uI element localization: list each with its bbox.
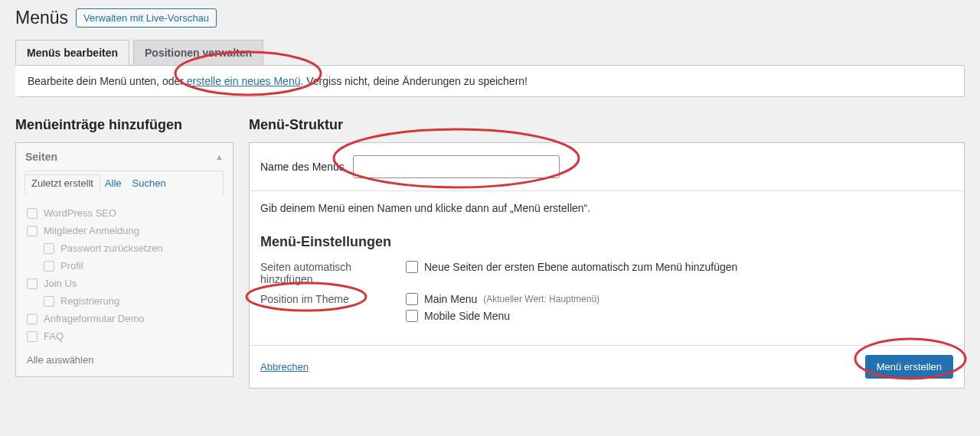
notice-prefix: Bearbeite dein Menü unten, oder — [28, 75, 187, 87]
auto-add-option[interactable]: Neue Seiten der ersten Ebene automatisch… — [406, 261, 737, 273]
list-item-label: Mitglieder Anmeldung — [44, 225, 139, 236]
pages-subtabs: Zuletzt erstellt Alle Suchen — [25, 171, 224, 195]
notice-suffix: . Vergiss nicht, deine Änderungen zu spe… — [300, 75, 528, 87]
nav-tabs: Menüs bearbeiten Positionen verwalten — [15, 39, 965, 66]
menu-panel: Name des Menüs Gib deinem Menü einen Nam… — [249, 142, 965, 389]
list-item-label: FAQ — [44, 330, 64, 342]
theme-position-option[interactable]: Main Menu (Aktueller Wert: Hauptmenü) — [406, 293, 599, 305]
theme-position-option[interactable]: Mobile Side Menu — [406, 310, 599, 322]
tab-manage-positions[interactable]: Positionen verwalten — [133, 40, 263, 66]
menu-name-input[interactable] — [353, 155, 560, 178]
auto-add-checkbox[interactable] — [406, 261, 418, 273]
live-preview-button[interactable]: Verwalten mit Live-Vorschau — [76, 8, 217, 28]
theme-position-text: Mobile Side Menu — [424, 310, 510, 322]
list-item[interactable]: FAQ — [25, 327, 224, 345]
cancel-link[interactable]: Abbrechen — [260, 361, 309, 373]
list-item[interactable]: Registrierung — [25, 292, 224, 310]
theme-position-text: Main Menu — [424, 293, 477, 305]
theme-position-note: (Aktueller Wert: Hauptmenü) — [483, 294, 599, 304]
theme-position-label: Position im Theme — [260, 293, 406, 327]
list-item-label: Registrierung — [60, 295, 119, 307]
menu-name-label: Name des Menüs — [260, 161, 345, 173]
select-all-link[interactable]: Alle auswählen — [25, 351, 224, 369]
list-item[interactable]: WordPress SEO — [25, 204, 224, 222]
list-item-label: Profil — [60, 260, 83, 272]
create-menu-button[interactable]: Menü erstellen — [865, 355, 953, 379]
list-item[interactable]: Passwort zurücksetzen — [25, 239, 224, 257]
menu-structure-heading: Menü-Struktur — [249, 117, 965, 133]
tab-edit-menus[interactable]: Menüs bearbeiten — [15, 40, 129, 66]
list-item-label: Join Us — [44, 278, 77, 289]
pages-metabox-toggle[interactable]: Seiten ▲ — [16, 143, 233, 171]
checkbox-icon[interactable] — [44, 243, 54, 254]
list-item-label: WordPress SEO — [44, 207, 116, 219]
subtab-all[interactable]: Alle — [105, 177, 122, 189]
checkbox-icon[interactable] — [27, 331, 38, 342]
checkbox-icon[interactable] — [27, 278, 38, 289]
page-list: WordPress SEOMitglieder AnmeldungPasswor… — [25, 201, 224, 351]
menu-settings-heading: Menü-Einstellungen — [260, 234, 953, 250]
create-new-menu-link[interactable]: erstelle ein neues Menü — [187, 75, 301, 87]
checkbox-icon[interactable] — [27, 208, 38, 219]
theme-position-checkbox[interactable] — [406, 310, 418, 322]
auto-add-option-text: Neue Seiten der ersten Ebene automatisch… — [424, 261, 737, 273]
subtab-search[interactable]: Suchen — [132, 177, 166, 189]
checkbox-icon[interactable] — [27, 314, 38, 324]
subtab-recent[interactable]: Zuletzt erstellt — [24, 174, 100, 192]
notice-bar: Bearbeite dein Menü unten, oder erstelle… — [15, 65, 965, 97]
page-title: Menüs — [15, 8, 68, 28]
checkbox-icon[interactable] — [44, 296, 54, 307]
list-item[interactable]: Mitglieder Anmeldung — [25, 222, 224, 239]
list-item-label: Anfrageformular Demo — [44, 313, 145, 324]
theme-positions: Main Menu (Aktueller Wert: Hauptmenü)Mob… — [406, 293, 599, 327]
list-item[interactable]: Anfrageformular Demo — [25, 310, 224, 327]
add-items-heading: Menüeinträge hinzufügen — [15, 117, 234, 133]
pages-metabox-title: Seiten — [25, 151, 57, 163]
list-item[interactable]: Profil — [25, 257, 224, 275]
auto-add-label: Seiten automatisch hinzufügen — [260, 261, 406, 285]
pages-metabox: Seiten ▲ Zuletzt erstellt Alle Suchen Wo… — [15, 142, 234, 377]
list-item-label: Passwort zurücksetzen — [60, 242, 163, 254]
checkbox-icon[interactable] — [27, 226, 38, 236]
menu-name-hint: Gib deinem Menü einen Namen und klicke d… — [260, 202, 953, 214]
theme-position-checkbox[interactable] — [406, 293, 418, 305]
list-item[interactable]: Join Us — [25, 275, 224, 292]
checkbox-icon[interactable] — [44, 261, 54, 272]
sort-icon: ▲ — [215, 152, 224, 161]
